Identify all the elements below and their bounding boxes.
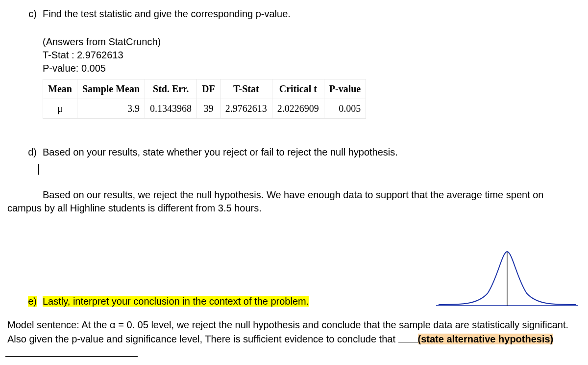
stat-table: Mean Sample Mean Std. Err. DF T-Stat Cri…: [43, 79, 366, 119]
cell-tstat: 2.9762613: [220, 99, 272, 119]
part-d-answer: Based on our results, we reject the null…: [7, 188, 581, 215]
alt-hypothesis-placeholder: (state alternative hypothesis): [418, 334, 554, 344]
table-data-row: μ 3.9 0.1343968 39 2.9762613 2.0226909 0…: [43, 99, 366, 119]
col-pvalue: P-value: [324, 79, 366, 99]
cell-df: 39: [197, 99, 220, 119]
part-d: d) Based on your results, state whether …: [7, 146, 581, 159]
normal-curve-icon: [434, 244, 581, 313]
table-header-row: Mean Sample Mean Std. Err. DF T-Stat Cri…: [43, 79, 366, 99]
cell-sample-mean: 3.9: [77, 99, 145, 119]
part-c-answers: (Answers from StatCrunch) T-Stat : 2.976…: [43, 35, 581, 75]
part-e-question: Lastly, interpret your conclusion in the…: [43, 295, 434, 308]
part-d-label: d): [7, 146, 43, 159]
cell-critical-t: 2.0226909: [272, 99, 324, 119]
tstat-line: T-Stat : 2.9762613: [43, 49, 581, 62]
cell-pvalue: 0.005: [324, 99, 366, 119]
col-df: DF: [197, 79, 220, 99]
blank-before: [398, 342, 418, 342]
col-mean: Mean: [43, 79, 77, 99]
cell-std-err: 0.1343968: [145, 99, 197, 119]
col-tstat: T-Stat: [220, 79, 272, 99]
answers-header: (Answers from StatCrunch): [43, 35, 581, 49]
part-e-row: e) Lastly, interpret your conclusion in …: [7, 247, 581, 308]
part-d-answer-text: Based on our results, we reject the null…: [7, 189, 544, 213]
blank-after: [5, 356, 138, 357]
normal-curve-figure: [434, 244, 581, 313]
part-c-question: Find the test statistic and give the cor…: [43, 7, 581, 21]
model-sentence: Model sentence: At the α = 0. 05 level, …: [7, 318, 581, 361]
col-std-err: Std. Err.: [145, 79, 197, 99]
part-c-label: c): [7, 7, 43, 21]
part-e-label: e): [7, 295, 43, 308]
pvalue-line: P-value: 0.005: [43, 62, 581, 75]
part-c: c) Find the test statistic and give the …: [7, 7, 581, 21]
col-critical-t: Critical t: [272, 79, 324, 99]
part-d-question: Based on your results, state whether you…: [43, 146, 581, 159]
text-cursor: [38, 164, 39, 175]
col-sample-mean: Sample Mean: [77, 79, 145, 99]
part-e: e) Lastly, interpret your conclusion in …: [7, 295, 434, 308]
cell-mean: μ: [43, 99, 77, 119]
